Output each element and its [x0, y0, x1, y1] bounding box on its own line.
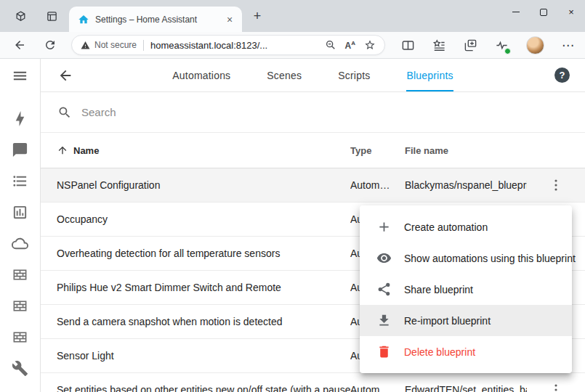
minimize-button[interactable] — [502, 0, 530, 24]
tab-close-icon[interactable]: × — [223, 13, 236, 26]
row-name: Set entities based on other entities new… — [57, 384, 350, 392]
tab-automations[interactable]: Automations — [172, 59, 230, 91]
menu-item-delete-blueprint[interactable]: Delete blueprint — [360, 336, 572, 367]
row-file: EdwardTEN/set_entities_bas… — [405, 384, 527, 392]
search-icon — [57, 105, 72, 120]
split-screen-icon[interactable] — [401, 38, 415, 52]
column-header-name[interactable]: Name — [57, 144, 350, 156]
ha-sidebar — [0, 59, 41, 392]
warning-icon — [81, 41, 90, 50]
address-divider — [143, 40, 144, 51]
row-file: Blackymas/nspanel_blueprin… — [405, 179, 527, 191]
tab-actions-icon[interactable] — [44, 8, 60, 24]
column-header-type[interactable]: Type — [350, 145, 405, 156]
column-header-filename[interactable]: File name — [405, 145, 527, 156]
bricks-icon[interactable] — [12, 329, 28, 346]
browser-essentials-icon[interactable] — [495, 38, 509, 52]
address-bar[interactable]: Not secure homeassistant.local:8123/... … — [71, 35, 385, 55]
favorite-star-icon[interactable] — [364, 39, 376, 51]
browser-toolbar: Not secure homeassistant.local:8123/... … — [0, 32, 585, 59]
close-button[interactable]: × — [557, 0, 585, 24]
security-label: Not secure — [94, 40, 137, 50]
security-indicator[interactable]: Not secure — [81, 40, 137, 50]
row-type: Autom… — [350, 179, 405, 191]
tab-title: Settings – Home Assistant — [95, 15, 217, 25]
row-type: Autom — [350, 384, 405, 392]
workspaces-icon[interactable] — [12, 8, 28, 24]
wrench-icon[interactable] — [12, 360, 28, 377]
ha-tab-bar: AutomationsScenesScriptsBlueprints — [41, 59, 585, 91]
download-icon — [376, 313, 392, 328]
delete-icon — [376, 344, 392, 359]
zoom-out-icon[interactable] — [325, 39, 336, 51]
collections-icon[interactable] — [464, 38, 477, 52]
ha-back-icon[interactable] — [57, 68, 73, 83]
ha-header: AutomationsScenesScriptsBlueprints ? — [41, 59, 585, 92]
menu-item-share-blueprint[interactable]: Share blueprint — [360, 274, 572, 305]
table-row[interactable]: NSPanel Configuration Autom… Blackymas/n… — [41, 168, 585, 203]
row-name: NSPanel Configuration — [57, 179, 350, 191]
cloud-icon[interactable] — [12, 235, 28, 252]
search-bar — [41, 92, 585, 133]
row-name: Overheating detection for all temperatur… — [57, 248, 350, 259]
refresh-icon[interactable] — [41, 36, 60, 54]
settings-more-icon[interactable]: ⋯ — [562, 39, 574, 52]
row-overflow-menu-icon[interactable] — [527, 382, 585, 392]
search-input[interactable] — [81, 106, 585, 118]
bricks-icon[interactable] — [12, 266, 28, 283]
help-icon[interactable]: ? — [554, 68, 570, 83]
todo-list-icon[interactable] — [12, 173, 28, 189]
back-icon[interactable] — [10, 36, 29, 54]
new-tab-button[interactable]: + — [249, 7, 266, 25]
bricks-icon[interactable] — [12, 298, 28, 314]
row-context-menu: Create automation Show automations using… — [360, 205, 572, 373]
tab-scenes[interactable]: Scenes — [267, 59, 302, 91]
chat-icon[interactable] — [12, 142, 28, 158]
menu-item-show-automations-using-this-blueprint[interactable]: Show automations using this blueprint — [360, 242, 572, 274]
menu-item-create-automation[interactable]: Create automation — [360, 211, 572, 242]
read-aloud-icon[interactable]: AA — [345, 41, 355, 50]
profile-avatar[interactable] — [526, 36, 544, 54]
lightning-bolt-icon[interactable] — [12, 110, 28, 127]
status-dot — [504, 48, 511, 54]
url-text: homeassistant.local:8123/... — [150, 40, 325, 51]
favorites-icon[interactable] — [432, 38, 446, 52]
row-name: Sensor Light — [57, 350, 350, 362]
table-header: Name Type File name — [41, 133, 585, 168]
row-name: Philips Hue v2 Smart Dimmer Switch and R… — [57, 282, 350, 293]
table-row[interactable]: Set entities based on other entities new… — [41, 373, 585, 392]
plus-icon — [376, 219, 392, 234]
share-icon — [376, 282, 392, 297]
tab-blueprints[interactable]: Blueprints — [406, 59, 453, 91]
menu-item-re-import-blueprint[interactable]: Re-import blueprint — [360, 305, 572, 336]
browser-tab[interactable]: Settings – Home Assistant × — [69, 7, 242, 32]
eye-icon — [376, 250, 392, 266]
row-name: Occupancy — [57, 213, 350, 225]
row-name: Send a camera snapshot when motion is de… — [57, 316, 350, 327]
window-controls: × — [502, 0, 585, 24]
home-assistant-favicon — [78, 14, 89, 25]
sidebar-toggle-icon[interactable] — [0, 59, 40, 92]
tab-scripts[interactable]: Scripts — [338, 59, 370, 91]
maximize-button[interactable] — [530, 0, 557, 24]
chart-box-icon[interactable] — [12, 204, 28, 221]
row-overflow-menu-icon[interactable] — [527, 177, 585, 193]
sort-ascending-icon — [57, 144, 68, 156]
browser-tab-strip: Settings – Home Assistant × + × — [0, 0, 585, 32]
